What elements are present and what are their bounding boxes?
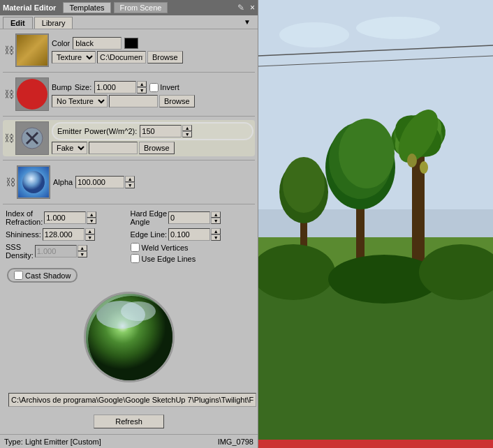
svg-rect-34 (258, 440, 493, 448)
weld-vertices-label: Weld Vertices (142, 244, 189, 252)
use-edge-lines-row: Use Edge Lines (131, 254, 253, 263)
bump-no-texture-dropdown[interactable]: No Texture (52, 95, 108, 107)
window-title: Material Editor (3, 3, 56, 12)
hard-edge-angle-label: Hard EdgeAngle (131, 209, 168, 226)
path-bar-container: C:\Archivos de programa\Google\Google Sk… (6, 391, 252, 408)
svg-point-20 (407, 154, 417, 167)
pencil-icon[interactable]: ✎ (237, 3, 244, 13)
sss-density-input[interactable] (35, 245, 77, 257)
bump-texture-preview[interactable] (15, 77, 49, 111)
edge-line-row: Edge Line: ▲ ▼ (131, 228, 253, 241)
bump-section: ⛓ Bump Size: ▲ ▼ (3, 76, 255, 112)
index-refraction-input[interactable] (44, 211, 86, 224)
tab-library[interactable]: Library (34, 17, 73, 29)
shininess-up[interactable]: ▲ (85, 228, 95, 234)
bump-invert-label: Invert (160, 83, 179, 91)
material-preview-sphere (84, 292, 175, 382)
alpha-down[interactable]: ▼ (125, 182, 135, 188)
emitter-fake-dropdown[interactable]: Fake (52, 142, 87, 154)
close-button[interactable]: × (250, 3, 255, 13)
svg-point-32 (279, 22, 349, 47)
index-refraction-spinner: ▲ ▼ (44, 211, 96, 224)
cast-shadow-checkbox[interactable] (14, 271, 23, 280)
svg-point-3 (22, 171, 45, 193)
bump-label: Bump (52, 83, 72, 91)
bump-link-icon: ⛓ (4, 89, 13, 100)
svg-point-28 (283, 157, 325, 213)
shininess-input[interactable] (43, 228, 84, 241)
color-section: ⛓ Color Texture Browse (3, 32, 255, 68)
shininess-row: Shininess: ▲ ▼ (6, 228, 128, 241)
color-texture-preview[interactable] (15, 33, 49, 67)
tab-from-scene[interactable]: From Scene (114, 2, 168, 13)
edge-line-input[interactable] (168, 228, 210, 241)
bump-size-down[interactable]: ▼ (137, 87, 147, 94)
emitter-label: Emitter (57, 127, 82, 135)
hard-edge-angle-row: Hard EdgeAngle ▲ ▼ (131, 209, 253, 226)
weld-vertices-checkbox[interactable] (131, 243, 140, 252)
sss-density-down[interactable]: ▼ (78, 251, 87, 257)
color-value-input[interactable] (73, 37, 122, 50)
edge-line-up[interactable]: ▲ (211, 228, 221, 234)
use-edge-lines-checkbox[interactable] (131, 254, 140, 263)
emitter-texture-preview[interactable] (15, 121, 49, 155)
color-browse-button[interactable]: Browse (147, 51, 183, 64)
sss-density-up[interactable]: ▲ (78, 245, 87, 251)
hard-edge-angle-input[interactable] (168, 211, 210, 224)
bump-size-up[interactable]: ▲ (137, 81, 147, 87)
sep-1 (3, 72, 255, 73)
emitter-link-icon: ⛓ (4, 133, 13, 144)
alpha-texture-preview[interactable] (17, 165, 50, 199)
scene-background (258, 0, 493, 448)
edge-line-down[interactable]: ▼ (211, 234, 221, 241)
shininess-down[interactable]: ▼ (85, 234, 95, 241)
bump-browse-button[interactable]: Browse (159, 95, 195, 107)
index-refraction-label: Index ofRefraction: (6, 209, 43, 226)
alpha-up[interactable]: ▲ (125, 176, 135, 182)
tab-templates[interactable]: Templates (63, 2, 110, 13)
edit-library-bar: Edit Library ▼ (0, 15, 258, 29)
emitter-power-label: Power(W/m^2): (84, 127, 137, 135)
color-texture-dropdown[interactable]: Texture (52, 51, 96, 64)
color-swatch[interactable] (124, 38, 138, 49)
weld-vertices-row: Weld Vertices (131, 243, 253, 252)
bump-size-spinner: ▲ ▼ (94, 81, 147, 94)
emitter-path-input[interactable] (89, 142, 138, 154)
color-path-input[interactable] (97, 51, 146, 64)
path-text: C:\Archivos de programa\Google\Google Sk… (11, 396, 253, 404)
use-edge-lines-label: Use Edge Lines (142, 255, 196, 263)
right-col: Hard EdgeAngle ▲ ▼ Edge Line: (131, 209, 253, 263)
options-dropdown-arrow[interactable]: ▼ (240, 17, 255, 29)
properties-grid: Index ofRefraction: ▲ ▼ Shininess: (3, 208, 255, 264)
sss-density-label: SSSDensity: (6, 243, 34, 260)
bump-path-input[interactable] (109, 95, 158, 107)
index-down[interactable]: ▼ (87, 218, 96, 224)
hard-edge-up[interactable]: ▲ (211, 211, 221, 218)
sss-density-spinner: ▲ ▼ (35, 245, 87, 257)
hard-edge-down[interactable]: ▼ (211, 218, 221, 224)
alpha-value-input[interactable] (75, 176, 124, 188)
sep-2 (3, 116, 255, 117)
color-label: Color (52, 39, 70, 47)
alpha-section: ⛓ Alpha (3, 164, 255, 200)
svg-point-33 (356, 17, 440, 39)
alpha-label: Alpha (53, 178, 73, 186)
emitter-highlight-row: Emitter Power(W/m^2): ▲ ▼ (52, 122, 253, 140)
image-label: IMG_0798 (218, 438, 253, 446)
emitter-browse-button[interactable]: Browse (139, 142, 175, 154)
title-bar: Material Editor Templates From Scene ✎ × (0, 0, 258, 15)
scene-panel (258, 0, 493, 448)
sss-density-row: SSSDensity: ▲ ▼ (6, 243, 128, 260)
left-col: Index ofRefraction: ▲ ▼ Shininess: (6, 209, 128, 263)
index-up[interactable]: ▲ (87, 211, 96, 218)
tab-edit[interactable]: Edit (3, 17, 33, 29)
svg-point-21 (420, 161, 428, 174)
edge-line-label: Edge Line: (131, 230, 168, 239)
refresh-button[interactable]: Refresh (94, 415, 164, 428)
emitter-power-up[interactable]: ▲ (182, 125, 192, 131)
bump-size-input[interactable] (94, 81, 136, 94)
emitter-power-down[interactable]: ▼ (182, 131, 192, 137)
bump-invert-checkbox[interactable] (149, 83, 159, 92)
emitter-power-input[interactable] (140, 125, 182, 137)
alpha-spinner: ▲ ▼ (75, 176, 135, 188)
